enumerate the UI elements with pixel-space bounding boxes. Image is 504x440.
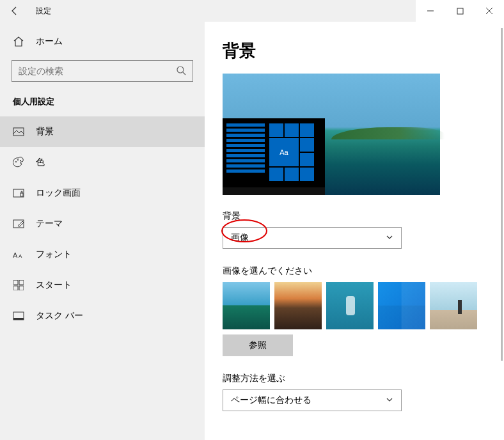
category-heading: 個人用設定 [0, 93, 205, 116]
svg-rect-13 [13, 280, 18, 285]
window-title: 設定 [29, 6, 51, 17]
sidebar: ホーム 個人用設定 背景 色 ロック画面 [0, 22, 205, 440]
arrow-left-icon [10, 6, 20, 16]
preview-start-list [226, 123, 265, 175]
window-controls [416, 0, 504, 22]
svg-rect-16 [19, 286, 24, 290]
lock-frame-icon [13, 187, 24, 199]
home-icon [13, 36, 24, 47]
chevron-down-icon [386, 395, 393, 405]
search-box[interactable] [12, 60, 193, 82]
nav-label: テーマ [36, 218, 63, 230]
taskbar-icon [13, 310, 24, 322]
wallpaper-thumb-5[interactable] [430, 282, 477, 329]
nav-background[interactable]: 背景 [0, 116, 205, 147]
preview-taskbar [223, 187, 325, 195]
home-label: ホーム [36, 36, 63, 47]
palette-icon [13, 157, 24, 168]
svg-rect-18 [13, 318, 24, 320]
svg-point-7 [20, 160, 21, 161]
wallpaper-thumb-2[interactable] [274, 282, 322, 329]
nav-label: ロック画面 [36, 187, 81, 199]
wallpaper-thumb-1[interactable] [223, 282, 270, 329]
preview-sample-text: Aa [269, 138, 299, 166]
background-preview: Aa [223, 74, 440, 195]
svg-text:A: A [13, 251, 18, 259]
nav-label: 色 [36, 157, 45, 168]
svg-rect-14 [19, 280, 24, 285]
close-button[interactable] [475, 0, 504, 22]
browse-button[interactable]: 参照 [223, 334, 293, 356]
start-icon [13, 279, 24, 291]
chevron-down-icon [386, 233, 393, 243]
fit-label: 調整方法を選ぶ [223, 373, 504, 384]
nav-label: スタート [36, 279, 72, 291]
maximize-button[interactable] [445, 0, 475, 22]
background-label: 背景 [223, 210, 504, 222]
nav-taskbar[interactable]: タスク バー [0, 301, 205, 331]
font-icon: AA [13, 249, 24, 260]
picture-icon [13, 126, 24, 138]
browse-label: 参照 [249, 340, 267, 351]
nav-colors[interactable]: 色 [0, 147, 205, 178]
minimize-button[interactable] [416, 0, 445, 22]
svg-point-2 [177, 67, 184, 73]
preview-start-tiles: Aa [269, 123, 314, 181]
theme-icon [13, 218, 24, 230]
nav-label: タスク バー [36, 310, 83, 322]
page-title: 背景 [223, 40, 504, 62]
home-link[interactable]: ホーム [0, 28, 205, 55]
choose-image-label: 画像を選んでください [223, 265, 504, 277]
svg-text:A: A [19, 253, 22, 259]
dropdown-value: 画像 [231, 232, 249, 244]
nav-themes[interactable]: テーマ [0, 208, 205, 239]
nav-start[interactable]: スタート [0, 270, 205, 301]
close-icon [485, 7, 493, 15]
nav-fonts[interactable]: AA フォント [0, 239, 205, 270]
svg-rect-9 [20, 193, 23, 196]
wallpaper-thumb-3[interactable] [326, 282, 374, 329]
maximize-icon [457, 8, 464, 15]
scrollbar[interactable] [501, 28, 503, 361]
dropdown-value: ページ幅に合わせる [231, 395, 311, 406]
wallpaper-thumb-4[interactable] [378, 282, 425, 329]
preview-landscape [331, 127, 445, 139]
fit-dropdown[interactable]: ページ幅に合わせる [223, 389, 402, 411]
nav-label: 背景 [36, 126, 54, 138]
svg-rect-1 [457, 8, 463, 14]
nav-lockscreen[interactable]: ロック画面 [0, 178, 205, 208]
search-input[interactable] [19, 66, 186, 76]
main-content: 背景 Aa 背景 画像 [205, 22, 504, 440]
image-thumbnails [223, 282, 504, 329]
search-icon [176, 65, 186, 77]
titlebar: 設定 [0, 0, 504, 22]
nav-label: フォント [36, 249, 72, 260]
preview-desktop-overlay: Aa [223, 118, 325, 195]
minimize-icon [427, 7, 434, 15]
svg-point-5 [15, 161, 17, 162]
svg-rect-15 [13, 286, 18, 290]
svg-point-6 [17, 159, 19, 161]
back-button[interactable] [0, 0, 29, 22]
background-type-dropdown[interactable]: 画像 [223, 227, 402, 249]
svg-line-3 [183, 72, 185, 75]
